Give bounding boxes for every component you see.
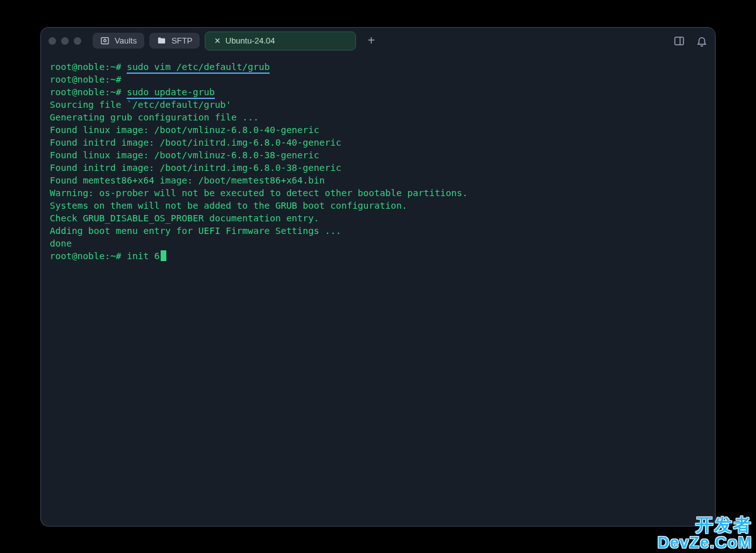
terminal-line: Found initrd image: /boot/initrd.img-6.8…: [50, 161, 706, 174]
watermark-line2: DevZe.CoM: [657, 534, 752, 550]
svg-rect-3: [675, 37, 684, 45]
window-controls: [49, 37, 81, 45]
vaults-label: Vaults: [115, 36, 137, 45]
terminal-line: Sourcing file `/etc/default/grub': [50, 98, 706, 111]
terminal-line: Found memtest86+x64 image: /boot/memtest…: [50, 174, 706, 187]
sftp-button[interactable]: SFTP: [149, 33, 200, 49]
minimize-window-button[interactable]: [61, 37, 69, 45]
title-bar: Vaults SFTP × Ubuntu-24.04 +: [41, 28, 715, 54]
vault-icon: [100, 36, 110, 45]
terminal-line: Generating grub configuration file ...: [50, 111, 706, 124]
panel-toggle-icon[interactable]: [673, 35, 685, 47]
bell-icon[interactable]: [696, 35, 707, 47]
folder-icon: [157, 36, 166, 45]
svg-point-1: [104, 40, 106, 42]
tab-label: Ubuntu-24.04: [226, 36, 275, 45]
maximize-window-button[interactable]: [74, 37, 81, 45]
terminal-line: Adding boot menu entry for UEFI Firmware…: [50, 224, 706, 237]
terminal-cursor: [161, 250, 166, 261]
terminal-line: root@noble:~#: [50, 73, 706, 86]
tab-ubuntu[interactable]: × Ubuntu-24.04: [205, 32, 356, 50]
svg-rect-0: [101, 38, 108, 44]
terminal-window: Vaults SFTP × Ubuntu-24.04 +: [41, 28, 715, 526]
vaults-button[interactable]: Vaults: [93, 33, 144, 49]
close-window-button[interactable]: [49, 37, 56, 45]
terminal-line: done: [50, 237, 706, 250]
terminal-line: Found linux image: /boot/vmlinuz-6.8.0-3…: [50, 149, 706, 161]
terminal-line: Found linux image: /boot/vmlinuz-6.8.0-4…: [50, 124, 706, 136]
add-tab-button[interactable]: +: [361, 33, 381, 48]
sftp-label: SFTP: [171, 36, 192, 45]
terminal-line: Found initrd image: /boot/initrd.img-6.8…: [50, 136, 706, 149]
terminal-line: root@noble:~# sudo vim /etc/default/grub: [50, 61, 706, 73]
tab-close-icon[interactable]: ×: [214, 35, 220, 47]
terminal-output[interactable]: root@noble:~# sudo vim /etc/default/grub…: [41, 54, 715, 526]
titlebar-right-controls: [673, 35, 707, 47]
terminal-line: root@noble:~# init 6: [50, 250, 706, 262]
terminal-line: Check GRUB_DISABLE_OS_PROBER documentati…: [50, 212, 706, 224]
terminal-line: Warning: os-prober will not be executed …: [50, 187, 706, 199]
terminal-line: Systems on them will not be added to the…: [50, 199, 706, 212]
terminal-line: root@noble:~# sudo update-grub: [50, 86, 706, 98]
